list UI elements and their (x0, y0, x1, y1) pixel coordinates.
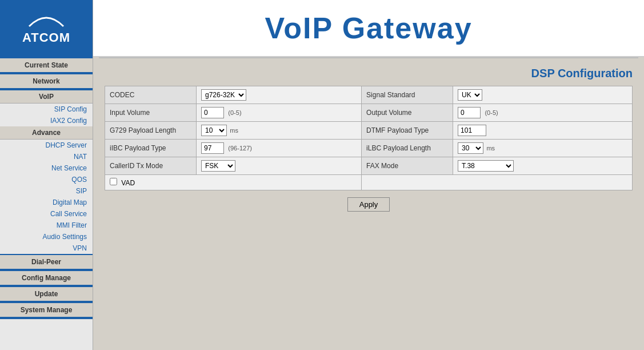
codec-value-cell: g726-32K g711u g711a g729 (197, 86, 362, 104)
sidebar-item-net-service[interactable]: Net Service (0, 162, 93, 174)
sidebar-item-digital-map[interactable]: Digital Map (0, 197, 93, 208)
logo: ATCOM (22, 12, 70, 45)
form-row-codec: CODEC g726-32K g711u g711a g729 Signal S… (105, 86, 633, 104)
sidebar-item-network[interactable]: Network (0, 74, 93, 89)
vad-cell: VAD (105, 175, 362, 190)
logo-text: ATCOM (22, 30, 70, 45)
nav-divider-8 (0, 318, 93, 319)
apply-row: Apply (105, 190, 633, 218)
sidebar-item-dhcp-server[interactable]: DHCP Server (0, 140, 93, 151)
sidebar-item-dial-peer[interactable]: Dial-Peer (0, 255, 93, 270)
dtmf-payload-input[interactable] (458, 125, 486, 136)
sidebar-item-sip[interactable]: SIP (0, 185, 93, 197)
page-title-bar: DSP Configuration (105, 67, 633, 80)
sidebar-item-voip[interactable]: VoIP (0, 90, 93, 104)
form-row-g729: G729 Payload Length 10 20 30 ms DTMF Pay… (105, 122, 633, 140)
sidebar-item-iax2-config[interactable]: IAX2 Config (0, 115, 93, 126)
sidebar-item-mmi-filter[interactable]: MMI Filter (0, 220, 93, 231)
fax-mode-select[interactable]: T.38 Pass-through (458, 160, 514, 172)
sidebar-item-config-manage[interactable]: Config Manage (0, 271, 93, 286)
signal-standard-select[interactable]: UK US DE (458, 89, 482, 101)
sidebar-item-sip-config[interactable]: SIP Config (0, 104, 93, 115)
g729-payload-label: G729 Payload Length (105, 122, 197, 140)
g729-unit: ms (230, 127, 238, 134)
vad-label: VAD (121, 179, 135, 187)
g729-payload-select[interactable]: 10 20 30 (201, 125, 227, 136)
sidebar-item-update[interactable]: Update (0, 287, 93, 302)
apply-button[interactable]: Apply (347, 197, 390, 212)
ilbc-payload-type-label: iIBC Payload Type (105, 140, 197, 157)
sidebar-item-current-state[interactable]: Current State (0, 58, 93, 73)
signal-standard-value-cell: UK US DE (453, 86, 633, 104)
g729-payload-cell: 10 20 30 ms (197, 122, 362, 140)
input-volume-label: Input Volume (105, 104, 197, 122)
form-row-callerid: CallerID Tx Mode FSK DTMF FAX Mode T.38 … (105, 157, 633, 175)
dtmf-payload-label: DTMF Payload Type (362, 122, 453, 140)
output-volume-range: (0-5) (485, 109, 498, 116)
dtmf-payload-cell (453, 122, 633, 140)
input-volume-range: (0-5) (228, 109, 241, 116)
fax-mode-cell: T.38 Pass-through (453, 157, 633, 175)
callerid-tx-label: CallerID Tx Mode (105, 157, 197, 175)
sidebar-item-advance[interactable]: Advance (0, 126, 93, 140)
main-content: VoIP Gateway DSP Configuration CODEC g72… (93, 0, 644, 350)
signal-standard-label: Signal Standard (362, 86, 453, 104)
input-volume-input[interactable] (201, 107, 224, 118)
output-volume-cell: (0-5) (453, 104, 633, 122)
vad-checkbox[interactable] (110, 178, 117, 185)
content-area: DSP Configuration CODEC g726-32K g711u g… (93, 58, 644, 350)
codec-select[interactable]: g726-32K g711u g711a g729 (201, 89, 246, 101)
callerid-tx-select[interactable]: FSK DTMF (201, 160, 235, 172)
codec-label: CODEC (105, 86, 197, 104)
output-volume-input[interactable] (458, 107, 481, 118)
form-row-volume: Input Volume (0-5) Output Volume (0-5) (105, 104, 633, 122)
sidebar-item-audio-settings[interactable]: Audio Settings (0, 231, 93, 242)
dsp-config-form: CODEC g726-32K g711u g711a g729 Signal S… (105, 86, 633, 190)
sidebar: ATCOM Current State Network VoIP SIP Con… (0, 0, 93, 350)
header: VoIP Gateway (93, 0, 644, 57)
ilbc-payload-length-select[interactable]: 20 30 (458, 142, 483, 154)
input-volume-cell: (0-5) (197, 104, 362, 122)
callerid-tx-cell: FSK DTMF (197, 157, 362, 175)
sidebar-item-call-service[interactable]: Call Service (0, 208, 93, 220)
fax-mode-label: FAX Mode (362, 157, 453, 175)
sidebar-item-nat[interactable]: NAT (0, 151, 93, 162)
ilbc-payload-type-input[interactable] (201, 142, 224, 154)
ilbc-payload-type-cell: (96-127) (197, 140, 362, 157)
page-title: DSP Configuration (531, 67, 633, 79)
ilbc-payload-length-label: iLBC Payload Length (362, 140, 453, 157)
ilbc-payload-length-cell: 20 30 ms (453, 140, 633, 157)
ilbc-payload-type-range: (96-127) (228, 145, 252, 152)
logo-area: ATCOM (0, 0, 93, 57)
output-volume-label: Output Volume (362, 104, 453, 122)
sidebar-item-system-manage[interactable]: System Manage (0, 303, 93, 318)
sidebar-item-vpn[interactable]: VPN (0, 242, 93, 254)
app-title: VoIP Gateway (265, 11, 472, 45)
form-row-vad: VAD (105, 175, 633, 190)
sidebar-item-qos[interactable]: QOS (0, 174, 93, 185)
vad-empty-cell (362, 175, 633, 190)
ilbc-length-unit: ms (486, 145, 495, 152)
form-row-ilbc: iIBC Payload Type (96-127) iLBC Payload … (105, 140, 633, 157)
